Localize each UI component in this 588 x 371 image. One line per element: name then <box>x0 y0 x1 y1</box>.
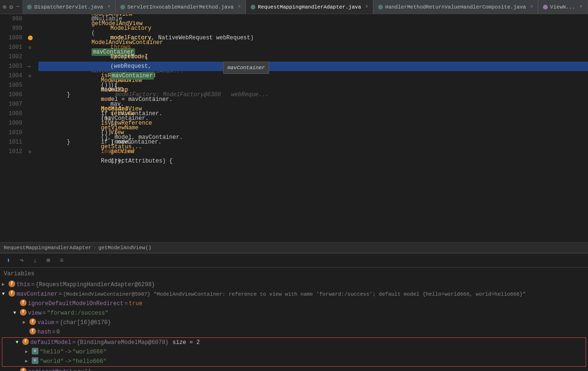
breakpoint-icon <box>28 36 33 40</box>
settings-icon[interactable]: ⚙ <box>9 3 13 11</box>
expand-world-icon[interactable]: ▶ <box>25 357 32 366</box>
var-ignore-default-model[interactable]: f ignoreDefaultModelOnRedirect = true <box>0 299 588 308</box>
code-container: 998 999 1000 1001 1002 1003 1004 1005 10… <box>0 14 588 242</box>
var-icon-value: f <box>29 318 36 325</box>
code-line-1012: if (model instanceof RedirectAttributes)… <box>38 147 588 156</box>
tab-bar: ⊕ ⚙ − DispatcherServlet.java × ServletIn… <box>0 0 588 14</box>
step-over-button[interactable]: ↷ <box>17 256 27 265</box>
var-icon-mavcontainer: f <box>9 290 15 297</box>
current-line-icon: → <box>27 63 31 70</box>
var-icon-redirect-model: f <box>20 368 27 371</box>
list-button[interactable]: ≡ <box>57 256 66 265</box>
tab-close-icon[interactable]: × <box>530 4 533 9</box>
debug-toolbar: ⬆ ↷ ↓ ⊞ ≡ <box>0 253 588 268</box>
expand-value-icon[interactable]: ▶ <box>23 318 29 327</box>
var-icon-default-model: f <box>22 338 29 345</box>
var-hash[interactable]: f hash = 0 <box>0 327 588 337</box>
gutter-diamond-icon: ◇ <box>28 149 31 154</box>
gutter: ◇ → ◇ ◇ <box>26 14 36 242</box>
var-icon-ignore: f <box>20 299 27 306</box>
code-line-1003: modelFactory . updateModel (webRequest, … <box>38 62 588 71</box>
tab-label: ServletInvocableHandlerMethod.java <box>127 4 234 10</box>
restore-button[interactable]: ⬆ <box>4 256 13 265</box>
tab-dispatcher-servlet[interactable]: DispatcherServlet.java × <box>22 0 115 14</box>
var-default-model[interactable]: ▼ f defaultModel = {BindingAwareModelMap… <box>2 338 586 347</box>
var-value[interactable]: ▶ f value = {char[16]@6170} <box>0 318 588 327</box>
tab-close-icon[interactable]: × <box>108 4 110 9</box>
breadcrumb: RequestMappingHandlerAdapter › getModelA… <box>0 242 588 253</box>
java-icon <box>378 5 383 9</box>
var-icon-hello: ≡ <box>32 348 38 354</box>
step-into-button[interactable]: ↓ <box>30 256 40 265</box>
java-icon <box>120 5 125 9</box>
expand-mavcontainer-icon[interactable]: ▼ <box>2 290 9 299</box>
tab-label: DispatcherServlet.java <box>34 4 103 10</box>
expand-default-model-icon[interactable]: ▼ <box>16 338 22 347</box>
tooltip-popup: mavContainer <box>223 62 269 74</box>
editor-area: 998 999 1000 1001 1002 1003 1004 1005 10… <box>0 14 588 253</box>
expand-hello-icon[interactable]: ▶ <box>25 348 32 356</box>
code-content[interactable]: @Nullable private ModelAndView getModelA… <box>36 14 588 242</box>
tab-view-n[interactable]: ViewN... × <box>538 0 588 14</box>
expand-this-icon[interactable]: ▶ <box>2 281 9 289</box>
tab-label: ViewN... <box>550 4 575 10</box>
var-icon-world: ≡ <box>32 357 38 364</box>
line-numbers: 998 999 1000 1001 1002 1003 1004 1005 10… <box>0 14 26 242</box>
tab-bar-icons: ⊕ ⚙ − <box>0 3 22 11</box>
var-redirect-model[interactable]: f redirectModel = null <box>0 367 588 371</box>
var-icon-hash: f <box>29 328 36 335</box>
var-mavcontainer[interactable]: ▼ f mavContainer = {ModelAndViewContaine… <box>0 290 588 299</box>
variables-title: Variables <box>0 270 588 278</box>
java-icon <box>27 5 32 9</box>
variables-panel: Variables ▶ f this = {RequestMappingHand… <box>0 268 588 371</box>
restore-icon[interactable]: ⊕ <box>3 3 7 11</box>
grid-button[interactable]: ⊞ <box>44 256 53 265</box>
tab-servlet-invocable[interactable]: ServletInvocableHandlerMethod.java × <box>116 0 246 14</box>
var-this[interactable]: ▶ f this = {RequestMappingHandlerAdapter… <box>0 280 588 290</box>
tab-request-mapping-handler[interactable]: RequestMappingHandlerAdapter.java × <box>246 0 373 14</box>
tab-label: HandlerMethodReturnValueHandlerComposite… <box>385 4 526 10</box>
minimize-icon[interactable]: − <box>16 3 20 10</box>
tab-handler-method-return[interactable]: HandlerMethodReturnValueHandlerComposite… <box>373 0 538 14</box>
var-hello-entry[interactable]: ▶ ≡ "hello" -> "world666" <box>2 347 586 357</box>
tab-close-icon[interactable]: × <box>579 4 582 9</box>
tab-label: RequestMappingHandlerAdapter.java <box>258 4 361 10</box>
java-icon <box>251 5 255 9</box>
breadcrumb-class: RequestMappingHandlerAdapter <box>4 245 91 251</box>
var-icon-view: f <box>20 309 27 316</box>
expand-view-icon[interactable]: ▼ <box>13 309 20 317</box>
gutter-diamond-icon: ◇ <box>28 73 31 79</box>
default-model-block: ▼ f defaultModel = {BindingAwareModelMap… <box>2 337 586 367</box>
java-icon <box>543 5 548 9</box>
tab-close-icon[interactable]: × <box>365 4 368 9</box>
tab-close-icon[interactable]: × <box>238 4 241 9</box>
gutter-diamond-icon: ◇ <box>28 45 31 50</box>
debug-panel: ⬆ ↷ ↓ ⊞ ≡ Variables ▶ f this = {RequestM… <box>0 253 588 371</box>
var-world-entry[interactable]: ▶ ≡ "world" -> "hello666" <box>2 357 586 366</box>
breadcrumb-method: getModelAndView() <box>98 245 151 251</box>
var-icon-this: f <box>9 281 15 287</box>
var-view[interactable]: ▼ f view = "forward:/success" <box>0 308 588 318</box>
